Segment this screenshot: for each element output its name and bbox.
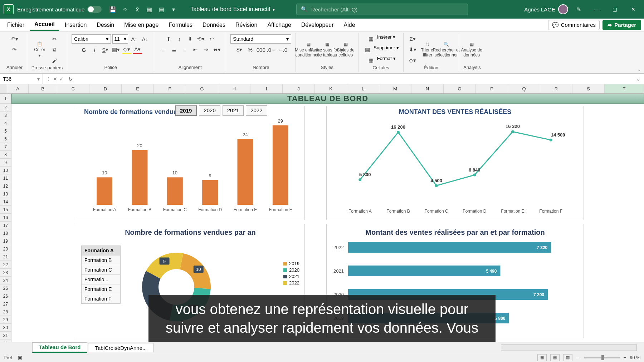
- sheet-tab-pivot[interactable]: TablCroiséDynAnne...: [88, 343, 153, 352]
- col-B[interactable]: B: [29, 84, 57, 93]
- undo-button[interactable]: ↶▾: [10, 34, 19, 44]
- row-11[interactable]: 11: [0, 174, 11, 182]
- align-right-icon[interactable]: ≡: [180, 45, 189, 54]
- chart-bar-formations[interactable]: Nombre de formations vendues 2019 2020 2…: [76, 106, 305, 220]
- row-15[interactable]: 15: [0, 206, 11, 214]
- tab-developpeur[interactable]: Développeur: [297, 20, 338, 30]
- row-4[interactable]: 4: [0, 119, 11, 127]
- tab-aide[interactable]: Aide: [340, 20, 360, 30]
- chart-line-ventes[interactable]: MONTANT DES VENTES RÉALISÉES Formation A…: [326, 106, 584, 220]
- tab-accueil[interactable]: Accueil: [30, 19, 59, 31]
- wrap-icon[interactable]: ↩: [207, 34, 216, 44]
- slicer-formation-c[interactable]: Formation C: [82, 265, 120, 275]
- slicer-formation-a[interactable]: Formation A: [82, 246, 120, 256]
- col-O[interactable]: O: [444, 84, 476, 93]
- font-select[interactable]: Calibri▾: [72, 34, 111, 44]
- currency-icon[interactable]: $▾: [235, 45, 244, 54]
- year-2021[interactable]: 2021: [223, 105, 244, 116]
- paste-button[interactable]: 📋Coller▾: [31, 40, 48, 59]
- inc-dec-icon[interactable]: .0→: [267, 45, 276, 54]
- year-2022[interactable]: 2022: [246, 105, 267, 116]
- row-3[interactable]: 3: [0, 111, 11, 119]
- slicer-formation-d[interactable]: Formatio...: [82, 275, 120, 284]
- percent-icon[interactable]: %: [245, 45, 255, 54]
- decrease-font-icon[interactable]: A↓: [140, 34, 150, 44]
- col-S[interactable]: S: [572, 84, 605, 93]
- accessibility-icon[interactable]: ▣: [18, 355, 22, 360]
- delete-label[interactable]: Supprimer: [374, 45, 395, 54]
- horizontal-scrollbar[interactable]: [501, 344, 637, 351]
- sheet-tab-dashboard[interactable]: Tableau de Bord: [32, 342, 87, 353]
- tab-fichier[interactable]: Fichier: [3, 20, 29, 30]
- col-K[interactable]: K: [315, 84, 347, 93]
- expand-formula-icon[interactable]: ⌄: [632, 75, 644, 82]
- cut-icon[interactable]: ✂: [50, 34, 59, 44]
- autosum-icon[interactable]: Σ▾: [408, 34, 417, 44]
- col-P[interactable]: P: [476, 84, 508, 93]
- analyze-data-button[interactable]: ▦Analyse de données: [463, 40, 480, 59]
- col-C[interactable]: C: [57, 84, 89, 93]
- insert-label[interactable]: Insérer: [377, 34, 391, 44]
- collapse-ribbon-icon[interactable]: ⌄: [637, 66, 641, 72]
- year-2020[interactable]: 2020: [199, 105, 220, 116]
- align-left-icon[interactable]: ≡: [158, 45, 168, 54]
- share-button[interactable]: ➦ Partager: [602, 20, 641, 30]
- save-icon[interactable]: 💾: [109, 5, 117, 13]
- col-M[interactable]: M: [379, 84, 411, 93]
- qat-btn-1[interactable]: ✧: [121, 5, 129, 13]
- find-select-button[interactable]: 🔍Rechercher et sélectionner: [438, 40, 454, 59]
- row-30[interactable]: 30: [0, 324, 11, 332]
- fbar-dropdown-icon[interactable]: ⋮: [46, 76, 51, 82]
- orient-icon[interactable]: ⟲▾: [196, 34, 205, 44]
- col-T[interactable]: T: [605, 84, 644, 93]
- search-input[interactable]: 🔍 Rechercher (Alt+Q): [296, 4, 468, 15]
- pen-icon[interactable]: ✎: [575, 5, 582, 13]
- row-19[interactable]: 19: [0, 237, 11, 245]
- row-9[interactable]: 9: [0, 159, 11, 167]
- accept-formula-icon[interactable]: ✓: [59, 76, 64, 82]
- cell-styles-button[interactable]: ▦Styles de cellules: [337, 40, 354, 59]
- tab-revision[interactable]: Révision: [231, 20, 262, 30]
- col-F[interactable]: F: [154, 84, 186, 93]
- row-22[interactable]: 22: [0, 261, 11, 269]
- qat-btn-2[interactable]: x̄: [133, 5, 141, 13]
- border-button[interactable]: ▦▾: [111, 45, 121, 54]
- col-N[interactable]: N: [411, 84, 444, 93]
- tab-affichage[interactable]: Affichage: [263, 20, 295, 30]
- tab-donnees[interactable]: Données: [198, 20, 230, 30]
- insert-cells-button[interactable]: ▦: [366, 34, 376, 44]
- row-24[interactable]: 24: [0, 277, 11, 284]
- slicer-formation-b[interactable]: Formation B: [82, 256, 120, 265]
- comments-button[interactable]: 💬 Commentaires: [548, 20, 600, 30]
- bold-button[interactable]: G: [79, 45, 88, 54]
- dec-dec-icon[interactable]: ←.0: [278, 45, 287, 54]
- row-27[interactable]: 27: [0, 300, 11, 308]
- align-top-icon[interactable]: ⬆: [164, 34, 173, 44]
- row-18[interactable]: 18: [0, 229, 11, 237]
- row-17[interactable]: 17: [0, 222, 11, 229]
- zoom-out-icon[interactable]: —: [576, 355, 581, 360]
- font-size-select[interactable]: 11▾: [112, 34, 128, 44]
- clear-icon[interactable]: ◇▾: [408, 56, 417, 65]
- col-I[interactable]: I: [250, 84, 283, 93]
- delete-cells-button[interactable]: ▦: [363, 45, 372, 54]
- year-2019[interactable]: 2019: [175, 105, 197, 116]
- row-2[interactable]: 2: [0, 104, 11, 111]
- row-16[interactable]: 16: [0, 214, 11, 222]
- document-title[interactable]: Tableau de bord Excel interactif▾: [190, 6, 274, 13]
- font-color-button[interactable]: A▾: [133, 45, 142, 54]
- col-R[interactable]: R: [540, 84, 572, 93]
- row-26[interactable]: 26: [0, 292, 11, 300]
- row-12[interactable]: 12: [0, 182, 11, 190]
- row-29[interactable]: 29: [0, 316, 11, 324]
- select-all-corner[interactable]: [0, 84, 7, 93]
- align-center-icon[interactable]: ≣: [169, 45, 179, 54]
- user-account[interactable]: Agnès LAGE: [524, 4, 568, 14]
- col-J[interactable]: J: [283, 84, 315, 93]
- row-28[interactable]: 28: [0, 308, 11, 316]
- fx-icon[interactable]: fx: [69, 76, 73, 82]
- row-23[interactable]: 23: [0, 269, 11, 277]
- row-25[interactable]: 25: [0, 284, 11, 292]
- cancel-formula-icon[interactable]: ✕: [53, 76, 57, 82]
- increase-font-icon[interactable]: A↑: [130, 34, 139, 44]
